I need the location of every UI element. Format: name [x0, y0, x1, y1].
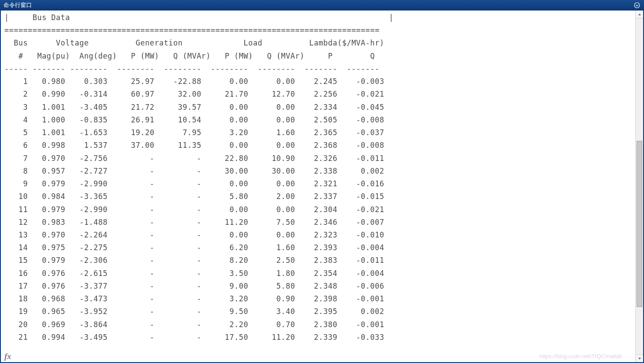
svg-point-0: [634, 3, 640, 8]
scroll-up-button[interactable]: [636, 10, 643, 18]
fx-prompt[interactable]: fx: [4, 352, 11, 361]
scrollbar-thumb[interactable]: [637, 141, 642, 307]
watermark-text: https://blog.csdn.net/TIQCmatlab: [539, 353, 622, 360]
vertical-scrollbar[interactable]: [635, 10, 643, 362]
command-output-text: | Bus Data | ===========================…: [4, 11, 633, 344]
scroll-down-button[interactable]: [636, 354, 643, 362]
dropdown-menu-icon[interactable]: [634, 2, 641, 9]
content-area: | Bus Data | ===========================…: [0, 10, 644, 363]
command-output-area[interactable]: | Bus Data | ===========================…: [1, 10, 635, 362]
scrollbar-track[interactable]: [636, 18, 643, 354]
title-bar: 命令行窗口: [0, 0, 644, 10]
window-title: 命令行窗口: [3, 1, 32, 9]
